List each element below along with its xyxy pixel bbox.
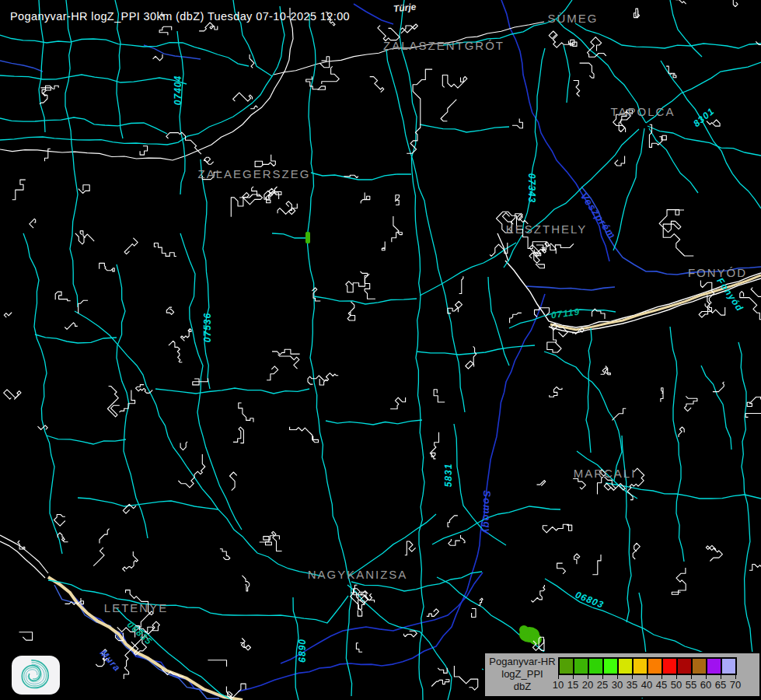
settlement-outline: [706, 545, 722, 561]
legend-swatch: [662, 657, 678, 675]
road-line: [308, 14, 352, 696]
settlement-outline: [466, 346, 476, 369]
settlement-outline: [361, 271, 375, 299]
settlement-outline: [181, 328, 192, 341]
road-line: [35, 334, 117, 343]
settlement-outline: [707, 120, 720, 126]
legend-swatch: [602, 657, 619, 675]
road-line: [180, 233, 242, 530]
county-border-line: [238, 294, 545, 691]
settlement-outline: [140, 146, 148, 155]
settlement-outline: [322, 66, 340, 84]
radar-product-title: Poganyvar-HR logZ_PPI 30km (dbZ) Tuesday…: [10, 10, 350, 23]
settlement-outline: [756, 41, 761, 61]
settlement-outline: [733, 0, 740, 7]
settlement-outline: [193, 378, 208, 385]
road-number-label: 07343: [526, 173, 537, 203]
road-line: [738, 342, 752, 696]
settlement-outline: [289, 204, 298, 215]
lake-shore-line: [526, 286, 615, 290]
settlement-outline: [427, 609, 439, 617]
settlement-outline: [679, 427, 684, 437]
settlement-outline: [220, 549, 230, 560]
settlement-outline: [395, 195, 399, 205]
settlement-outline: [613, 408, 627, 420]
legend-color-scale: [558, 657, 737, 675]
settlement-outline: [204, 157, 214, 164]
road-line: [701, 366, 731, 450]
settlement-outline: [580, 63, 594, 78]
town-outline: [545, 242, 574, 254]
settlement-outline: [431, 680, 449, 687]
legend-title-line3: dbZ: [487, 681, 558, 693]
legend-swatch: [691, 657, 707, 675]
road-line: [648, 126, 761, 156]
settlement-outline: [80, 231, 86, 238]
city-label: ZALAEGERSZEG: [198, 167, 311, 180]
settlement-outline: [404, 631, 417, 637]
road-line: [488, 277, 509, 366]
settlement-outline: [240, 639, 250, 650]
settlement-outline: [672, 568, 686, 594]
settlement-outline: [99, 263, 115, 271]
settlement-outline: [382, 242, 385, 250]
settlement-outline: [441, 100, 456, 121]
weather-service-spiral-logo: [12, 656, 60, 695]
settlement-outline: [449, 539, 460, 545]
settlement-outline: [434, 390, 445, 402]
road-line: [613, 128, 644, 250]
legend-swatch: [721, 657, 737, 675]
legend-tick-label: 15: [567, 679, 578, 691]
legend-swatch: [706, 657, 722, 675]
road-number-label: 07536: [202, 313, 213, 342]
settlement-outline: [478, 598, 483, 605]
road-line: [23, 233, 62, 554]
settlement-outline: [353, 585, 368, 594]
settlement-outline: [208, 660, 226, 667]
road-line: [522, 48, 545, 233]
settlement-outline: [233, 427, 244, 443]
settlement-outline: [543, 524, 571, 533]
settlement-outline: [454, 666, 477, 690]
settlement-outline: [531, 585, 545, 602]
settlement-outline: [684, 396, 697, 411]
city-label: FONYÓD: [688, 266, 747, 279]
road-line: [47, 436, 126, 444]
legend-tick-label: 65: [715, 679, 726, 691]
settlement-outline: [747, 397, 760, 407]
village-label: Türje: [393, 1, 417, 14]
radar-echo: [519, 625, 529, 635]
road-line: [0, 35, 249, 66]
radar-map: SÜMEGZALASZENTGRÓTTAPOLCAZALAEGERSZEGKES…: [0, 0, 761, 700]
settlement-outline: [356, 643, 362, 653]
settlement-outline: [673, 0, 686, 4]
legend-title: Poganyvar-HR logZ_PPI dbZ: [487, 656, 558, 693]
settlement-outline: [180, 442, 187, 450]
settlement-outline: [65, 323, 78, 330]
settlement-outline: [448, 301, 463, 313]
settlement-outline: [4, 390, 21, 400]
settlement-outline: [390, 397, 405, 409]
legend-panel: Poganyvar-HR logZ_PPI dbZ 10152025303540…: [483, 652, 761, 698]
stream-line: [144, 45, 201, 59]
settlement-outline: [749, 558, 761, 570]
settlement-outline: [615, 156, 625, 166]
road-line: [314, 296, 417, 304]
settlement-outline: [159, 26, 172, 35]
settlement-outline: [574, 554, 580, 564]
border-line: [0, 535, 48, 573]
city-label: NAGYKANIZSA: [308, 568, 408, 581]
settlement-outline: [550, 387, 562, 397]
legend-swatch: [588, 657, 604, 675]
settlement-outline: [401, 24, 418, 33]
road-line: [564, 45, 570, 103]
road-line: [420, 124, 509, 132]
settlement-outline: [557, 563, 566, 574]
settlement-outline: [574, 81, 580, 97]
radar-screen: SÜMEGZALASZENTGRÓTTAPOLCAZALAEGERSZEGKES…: [0, 0, 761, 700]
legend-tick-label: 40: [641, 679, 652, 691]
road-line: [155, 388, 309, 394]
legend-tick-label: 35: [627, 679, 637, 691]
road-line: [420, 243, 516, 296]
settlement-outline: [370, 77, 384, 93]
